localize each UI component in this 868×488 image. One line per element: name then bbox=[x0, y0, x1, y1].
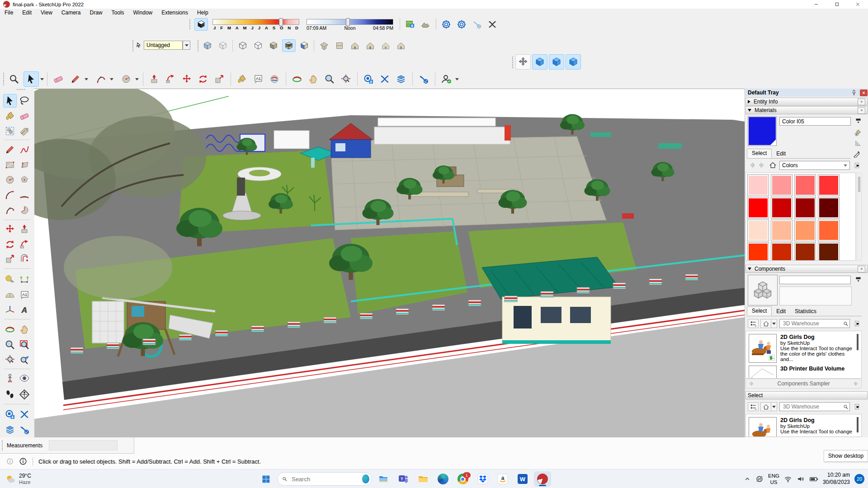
components-tab-select[interactable]: Select bbox=[747, 306, 772, 316]
account-button[interactable] bbox=[439, 71, 454, 87]
palette-extension-gear-tool[interactable] bbox=[18, 423, 31, 436]
view-right-button[interactable] bbox=[363, 39, 377, 52]
list-item[interactable]: 2D Girls Dog by SketchUp Use the Interac… bbox=[746, 414, 861, 437]
palette-move-tool[interactable] bbox=[3, 222, 17, 236]
select-panel-details-button[interactable] bbox=[853, 402, 862, 411]
palette-tag-tool[interactable] bbox=[18, 124, 31, 138]
in-model-button[interactable] bbox=[769, 161, 777, 169]
color-swatch[interactable] bbox=[794, 220, 816, 241]
menu-draw[interactable]: Draw bbox=[85, 9, 107, 16]
taskbar-search-input[interactable] bbox=[291, 475, 362, 483]
component-description-box[interactable] bbox=[779, 286, 852, 305]
taskbar-file-explorer[interactable] bbox=[375, 471, 392, 487]
zoom-tool-button[interactable] bbox=[322, 71, 337, 87]
palette-3d-text-tool[interactable] bbox=[18, 303, 31, 317]
toggle-terrain-button[interactable] bbox=[419, 18, 432, 31]
pin-icon[interactable] bbox=[851, 89, 857, 96]
components-close-button[interactable] bbox=[858, 266, 865, 272]
wifi-icon[interactable] bbox=[784, 475, 792, 483]
component-name-field[interactable] bbox=[779, 276, 851, 284]
style-hidden-line-button[interactable] bbox=[251, 39, 265, 52]
camera-navigate-button[interactable] bbox=[515, 54, 531, 70]
palette-arc-tool[interactable] bbox=[3, 188, 17, 202]
extension-wave-button[interactable] bbox=[486, 18, 499, 31]
camera-scene-button-3[interactable] bbox=[566, 54, 581, 70]
palette-axes-tool[interactable] bbox=[3, 303, 17, 317]
weather-widget[interactable]: 29°C Haze bbox=[5, 473, 31, 485]
components-header[interactable]: Components bbox=[745, 265, 868, 273]
minimize-button[interactable] bbox=[806, 0, 826, 9]
materials-scrollbar[interactable] bbox=[857, 173, 862, 261]
style-shaded-button[interactable] bbox=[267, 39, 280, 52]
select-panel-header[interactable]: Select bbox=[745, 391, 868, 399]
red-bench[interactable] bbox=[622, 213, 634, 219]
extension-globe-button-1[interactable] bbox=[439, 18, 453, 31]
menu-extensions[interactable]: Extensions bbox=[157, 9, 193, 16]
palette-zoom-window-tool[interactable] bbox=[18, 338, 31, 352]
collection-details-button[interactable] bbox=[853, 161, 862, 170]
white-wall[interactable] bbox=[374, 127, 510, 144]
materials-button[interactable] bbox=[267, 71, 282, 87]
line-tool-dropdown[interactable] bbox=[84, 71, 89, 87]
set-default-material-button[interactable] bbox=[854, 139, 863, 147]
style-back-edges-button[interactable] bbox=[216, 39, 230, 52]
palette-north-arrow-tool[interactable] bbox=[18, 388, 31, 401]
main-toolbar-handle[interactable] bbox=[3, 72, 5, 86]
palette-paint-bucket-tool[interactable] bbox=[3, 109, 17, 123]
palette-make-component-tool[interactable] bbox=[3, 124, 17, 138]
active-tag-field[interactable]: Untagged bbox=[144, 41, 183, 50]
taskbar-dropbox[interactable] bbox=[474, 471, 491, 487]
palette-rotated-rectangle-tool[interactable] bbox=[18, 158, 31, 172]
shadow-toolbar-handle[interactable] bbox=[189, 19, 191, 30]
entity-info-close-button[interactable] bbox=[858, 99, 865, 105]
list-item[interactable]: 2D Girls Dog by SketchUp Use the Interac… bbox=[746, 331, 861, 366]
time-slider-track[interactable] bbox=[307, 19, 393, 25]
color-swatch[interactable] bbox=[771, 220, 793, 241]
date-slider-track[interactable] bbox=[212, 19, 299, 25]
tag-dropdown-button[interactable] bbox=[183, 41, 190, 50]
palette-follow-me-tool[interactable] bbox=[18, 238, 31, 251]
select-panel-view-options-button[interactable] bbox=[748, 402, 759, 411]
hidden-icons-chevron[interactable] bbox=[744, 475, 751, 483]
taskbar-sketchup[interactable] bbox=[534, 471, 551, 487]
color-swatch[interactable] bbox=[771, 174, 793, 196]
shapes-tool-button[interactable] bbox=[118, 71, 134, 87]
color-swatch[interactable] bbox=[818, 197, 840, 219]
palette-pan-tool[interactable] bbox=[18, 323, 31, 336]
color-swatch[interactable] bbox=[771, 242, 793, 261]
extension-layers-button[interactable] bbox=[393, 71, 409, 87]
palette-extension-wave-tool[interactable] bbox=[18, 408, 31, 421]
camera-scene-button-2[interactable] bbox=[549, 54, 564, 70]
select-tool-button[interactable] bbox=[24, 71, 39, 87]
components-home-dropdown[interactable] bbox=[771, 319, 777, 328]
palette-push-pull-tool[interactable] bbox=[18, 222, 31, 236]
extension-wave-button-2[interactable] bbox=[377, 71, 392, 87]
styles-toolbar-handle[interactable] bbox=[197, 40, 199, 52]
components-collection-name[interactable]: Components Sampler bbox=[777, 380, 830, 387]
palette-look-around-tool[interactable] bbox=[18, 371, 31, 385]
extension-globe-button-2[interactable] bbox=[455, 18, 468, 31]
palette-freehand-tool[interactable] bbox=[18, 143, 31, 156]
material-preview[interactable] bbox=[748, 116, 777, 146]
components-search-box[interactable] bbox=[779, 319, 850, 328]
scrollbar-thumb[interactable] bbox=[858, 177, 860, 192]
palette-zoom-previous-tool[interactable] bbox=[18, 353, 31, 366]
palette-position-camera-tool[interactable] bbox=[3, 371, 17, 385]
view-back-button[interactable] bbox=[379, 39, 392, 52]
volume-icon[interactable] bbox=[797, 475, 805, 483]
color-swatch[interactable] bbox=[818, 242, 840, 261]
scale-tool-button[interactable] bbox=[212, 71, 227, 87]
menu-camera[interactable]: Camera bbox=[57, 9, 85, 16]
materials-tab-edit[interactable]: Edit bbox=[772, 150, 790, 158]
palette-3pt-arc-tool[interactable] bbox=[3, 203, 17, 217]
measurements-value-field[interactable] bbox=[49, 440, 118, 450]
palette-walk-tool[interactable] bbox=[3, 388, 17, 401]
zoom-extents-button[interactable] bbox=[338, 71, 354, 87]
palette-extension-layers-tool[interactable] bbox=[3, 423, 17, 436]
list-scrollbar-thumb[interactable] bbox=[857, 334, 859, 350]
sample-paint-button[interactable] bbox=[852, 150, 862, 159]
palette-tape-measure-tool[interactable] bbox=[3, 272, 17, 286]
palette-eraser-tool[interactable] bbox=[18, 109, 31, 123]
pan-tool-button[interactable] bbox=[306, 71, 321, 87]
view-top-button[interactable] bbox=[333, 39, 346, 52]
